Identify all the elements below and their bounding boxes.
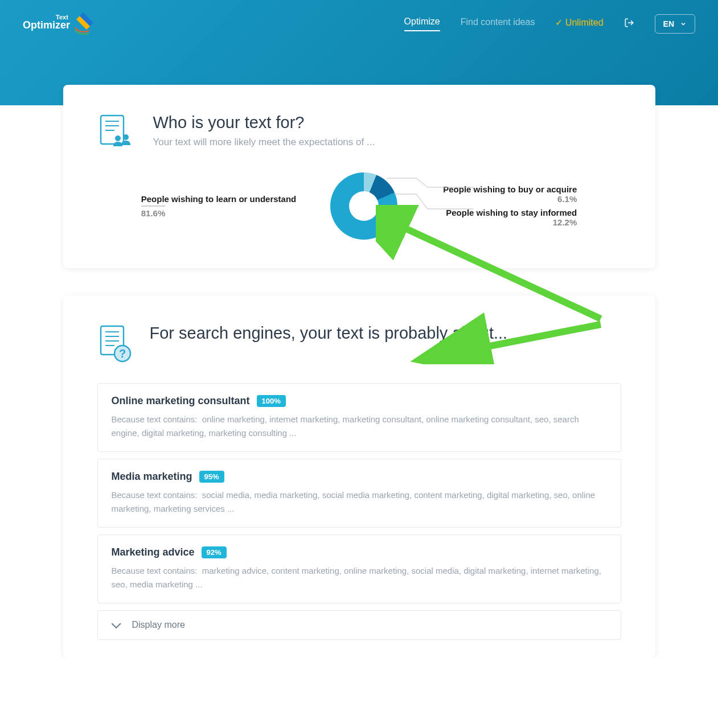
topic-item: Media marketing 95% Because text contain… bbox=[97, 459, 621, 528]
donut-chart: People wishing to learn or understand 81… bbox=[97, 172, 621, 240]
chart-label-left: People wishing to learn or understand 81… bbox=[141, 194, 297, 219]
svg-text:Optimizer: Optimizer bbox=[23, 19, 70, 31]
svg-point-7 bbox=[115, 135, 121, 141]
topics-title: For search engines, your text is probabl… bbox=[150, 324, 508, 343]
chevron-down-icon bbox=[111, 619, 121, 628]
logo-icon: Text Optimizer bbox=[23, 11, 97, 36]
topic-item: Online marketing consultant 100% Because… bbox=[97, 383, 621, 452]
audience-subtitle: Your text will more likely meet the expe… bbox=[153, 137, 375, 148]
svg-point-8 bbox=[123, 134, 129, 140]
chart-label-informed: People wishing to stay informed bbox=[443, 208, 577, 217]
nav-bar: Text Optimizer Optimize Find content ide… bbox=[23, 11, 695, 36]
topic-pct-badge: 92% bbox=[202, 546, 227, 558]
audience-card: Who is your text for? Your text will mor… bbox=[63, 85, 655, 268]
nav-find-ideas[interactable]: Find content ideas bbox=[461, 17, 535, 31]
topic-description: Because text contains: marketing advice,… bbox=[112, 564, 607, 591]
topic-list: Online marketing consultant 100% Because… bbox=[97, 383, 621, 640]
chevron-down-icon bbox=[680, 20, 687, 27]
nav-unlimited[interactable]: Unlimited bbox=[555, 17, 603, 31]
topic-description: Because text contains: social media, med… bbox=[112, 488, 607, 516]
chart-label-learn: People wishing to learn or understand bbox=[141, 194, 297, 204]
topics-card: ? For search engines, your text is proba… bbox=[63, 295, 655, 657]
language-value: EN bbox=[663, 19, 674, 28]
topic-title: Online marketing consultant bbox=[112, 395, 250, 407]
logout-icon[interactable] bbox=[624, 18, 634, 30]
chart-pct-learn: 81.6% bbox=[141, 205, 166, 218]
topic-description: Because text contains: online marketing,… bbox=[112, 413, 607, 440]
topic-title: Media marketing bbox=[112, 471, 192, 483]
topic-pct-badge: 95% bbox=[199, 471, 224, 483]
display-more-label: Display more bbox=[132, 620, 185, 630]
audience-icon bbox=[97, 113, 137, 155]
donut-graphic bbox=[330, 172, 397, 240]
nav-right: Optimize Find content ideas Unlimited EN bbox=[404, 14, 695, 34]
card-header: Who is your text for? Your text will mor… bbox=[97, 113, 621, 155]
language-select[interactable]: EN bbox=[655, 14, 695, 34]
card-header: ? For search engines, your text is proba… bbox=[97, 324, 621, 366]
chart-pct-informed: 12.2% bbox=[443, 217, 577, 227]
svg-text:?: ? bbox=[118, 347, 125, 360]
audience-title: Who is your text for? bbox=[153, 113, 375, 132]
chart-pct-buy: 6.1% bbox=[443, 194, 577, 204]
topic-item: Marketing advice 92% Because text contai… bbox=[97, 534, 621, 603]
chart-labels-right: People wishing to buy or acquire 6.1% Pe… bbox=[443, 184, 577, 228]
display-more-button[interactable]: Display more bbox=[97, 610, 621, 640]
nav-optimize[interactable]: Optimize bbox=[404, 17, 440, 31]
topic-title: Marketing advice bbox=[112, 546, 195, 558]
topic-pct-badge: 100% bbox=[257, 395, 286, 407]
document-question-icon: ? bbox=[97, 324, 134, 366]
brand-logo[interactable]: Text Optimizer bbox=[23, 11, 97, 36]
chart-label-buy: People wishing to buy or acquire bbox=[443, 184, 577, 194]
